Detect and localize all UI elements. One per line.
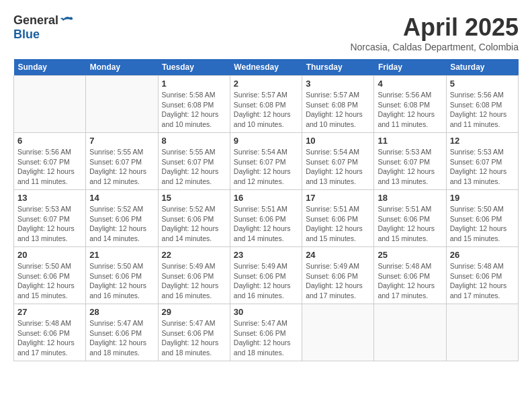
day-info: Sunrise: 5:52 AM Sunset: 6:06 PM Dayligh… bbox=[162, 204, 226, 244]
day-number: 16 bbox=[234, 193, 298, 203]
day-info: Sunrise: 5:53 AM Sunset: 6:07 PM Dayligh… bbox=[378, 147, 442, 187]
day-info: Sunrise: 5:47 AM Sunset: 6:06 PM Dayligh… bbox=[162, 318, 226, 358]
day-number: 2 bbox=[234, 79, 298, 89]
day-info: Sunrise: 5:53 AM Sunset: 6:07 PM Dayligh… bbox=[450, 147, 515, 187]
calendar-week-row: 1Sunrise: 5:58 AM Sunset: 6:08 PM Daylig… bbox=[14, 76, 519, 133]
calendar-day-cell: 12Sunrise: 5:53 AM Sunset: 6:07 PM Dayli… bbox=[446, 133, 518, 190]
calendar-day-cell: 7Sunrise: 5:55 AM Sunset: 6:07 PM Daylig… bbox=[86, 133, 158, 190]
day-number: 9 bbox=[234, 136, 298, 146]
day-number: 1 bbox=[162, 79, 226, 89]
weekday-header: Sunday bbox=[14, 59, 86, 76]
calendar-day-cell: 1Sunrise: 5:58 AM Sunset: 6:08 PM Daylig… bbox=[158, 76, 230, 133]
logo-general-text: General bbox=[13, 13, 58, 28]
day-number: 10 bbox=[306, 136, 370, 146]
day-info: Sunrise: 5:51 AM Sunset: 6:06 PM Dayligh… bbox=[234, 204, 298, 244]
calendar-week-row: 20Sunrise: 5:50 AM Sunset: 6:06 PM Dayli… bbox=[14, 247, 519, 304]
day-number: 19 bbox=[450, 193, 515, 203]
calendar-day-cell: 8Sunrise: 5:55 AM Sunset: 6:07 PM Daylig… bbox=[158, 133, 230, 190]
calendar-week-row: 6Sunrise: 5:56 AM Sunset: 6:07 PM Daylig… bbox=[14, 133, 519, 190]
logo: General Blue bbox=[13, 13, 73, 42]
calendar-header-row: SundayMondayTuesdayWednesdayThursdayFrid… bbox=[14, 59, 519, 76]
calendar-day-cell bbox=[446, 304, 518, 361]
day-number: 3 bbox=[306, 79, 370, 89]
day-info: Sunrise: 5:49 AM Sunset: 6:06 PM Dayligh… bbox=[162, 261, 226, 301]
calendar-day-cell: 6Sunrise: 5:56 AM Sunset: 6:07 PM Daylig… bbox=[14, 133, 86, 190]
day-info: Sunrise: 5:48 AM Sunset: 6:06 PM Dayligh… bbox=[17, 318, 82, 358]
day-info: Sunrise: 5:57 AM Sunset: 6:08 PM Dayligh… bbox=[306, 90, 370, 130]
day-info: Sunrise: 5:50 AM Sunset: 6:06 PM Dayligh… bbox=[450, 204, 515, 244]
day-number: 17 bbox=[306, 193, 370, 203]
day-info: Sunrise: 5:50 AM Sunset: 6:06 PM Dayligh… bbox=[89, 261, 154, 301]
location-title: Norcasia, Caldas Department, Colombia bbox=[350, 42, 519, 52]
calendar-day-cell: 22Sunrise: 5:49 AM Sunset: 6:06 PM Dayli… bbox=[158, 247, 230, 304]
day-number: 20 bbox=[17, 250, 82, 260]
calendar-day-cell: 23Sunrise: 5:49 AM Sunset: 6:06 PM Dayli… bbox=[230, 247, 302, 304]
calendar-day-cell: 13Sunrise: 5:53 AM Sunset: 6:07 PM Dayli… bbox=[14, 190, 86, 247]
day-info: Sunrise: 5:49 AM Sunset: 6:06 PM Dayligh… bbox=[234, 261, 298, 301]
calendar-day-cell: 9Sunrise: 5:54 AM Sunset: 6:07 PM Daylig… bbox=[230, 133, 302, 190]
day-number: 21 bbox=[89, 250, 154, 260]
day-number: 13 bbox=[17, 193, 82, 203]
day-info: Sunrise: 5:51 AM Sunset: 6:06 PM Dayligh… bbox=[378, 204, 442, 244]
day-number: 5 bbox=[450, 79, 515, 89]
calendar-day-cell: 10Sunrise: 5:54 AM Sunset: 6:07 PM Dayli… bbox=[302, 133, 374, 190]
calendar-day-cell: 14Sunrise: 5:52 AM Sunset: 6:06 PM Dayli… bbox=[86, 190, 158, 247]
day-info: Sunrise: 5:54 AM Sunset: 6:07 PM Dayligh… bbox=[234, 147, 298, 187]
day-number: 6 bbox=[17, 136, 82, 146]
day-info: Sunrise: 5:56 AM Sunset: 6:08 PM Dayligh… bbox=[450, 90, 515, 130]
day-info: Sunrise: 5:56 AM Sunset: 6:07 PM Dayligh… bbox=[17, 147, 82, 187]
day-info: Sunrise: 5:56 AM Sunset: 6:08 PM Dayligh… bbox=[378, 90, 442, 130]
day-number: 22 bbox=[162, 250, 226, 260]
calendar-day-cell: 24Sunrise: 5:49 AM Sunset: 6:06 PM Dayli… bbox=[302, 247, 374, 304]
day-number: 12 bbox=[450, 136, 515, 146]
day-number: 18 bbox=[378, 193, 442, 203]
calendar-day-cell: 28Sunrise: 5:47 AM Sunset: 6:06 PM Dayli… bbox=[86, 304, 158, 361]
day-info: Sunrise: 5:50 AM Sunset: 6:06 PM Dayligh… bbox=[17, 261, 82, 301]
day-info: Sunrise: 5:47 AM Sunset: 6:06 PM Dayligh… bbox=[89, 318, 154, 358]
calendar-week-row: 13Sunrise: 5:53 AM Sunset: 6:07 PM Dayli… bbox=[14, 190, 519, 247]
logo-blue-text: Blue bbox=[13, 28, 40, 42]
calendar-day-cell: 19Sunrise: 5:50 AM Sunset: 6:06 PM Dayli… bbox=[446, 190, 518, 247]
logo-bird-icon bbox=[60, 14, 73, 28]
day-number: 27 bbox=[17, 307, 82, 317]
day-info: Sunrise: 5:54 AM Sunset: 6:07 PM Dayligh… bbox=[306, 147, 370, 187]
calendar-day-cell: 18Sunrise: 5:51 AM Sunset: 6:06 PM Dayli… bbox=[374, 190, 446, 247]
calendar-table: SundayMondayTuesdayWednesdayThursdayFrid… bbox=[13, 59, 519, 361]
day-number: 24 bbox=[306, 250, 370, 260]
calendar-day-cell: 21Sunrise: 5:50 AM Sunset: 6:06 PM Dayli… bbox=[86, 247, 158, 304]
day-info: Sunrise: 5:57 AM Sunset: 6:08 PM Dayligh… bbox=[234, 90, 298, 130]
calendar-day-cell: 25Sunrise: 5:48 AM Sunset: 6:06 PM Dayli… bbox=[374, 247, 446, 304]
day-number: 28 bbox=[89, 307, 154, 317]
day-info: Sunrise: 5:49 AM Sunset: 6:06 PM Dayligh… bbox=[306, 261, 370, 301]
month-title: April 2025 bbox=[350, 13, 519, 42]
calendar-day-cell: 29Sunrise: 5:47 AM Sunset: 6:06 PM Dayli… bbox=[158, 304, 230, 361]
weekday-header: Monday bbox=[86, 59, 158, 76]
day-info: Sunrise: 5:55 AM Sunset: 6:07 PM Dayligh… bbox=[89, 147, 154, 187]
calendar-day-cell: 16Sunrise: 5:51 AM Sunset: 6:06 PM Dayli… bbox=[230, 190, 302, 247]
day-number: 8 bbox=[162, 136, 226, 146]
day-number: 15 bbox=[162, 193, 226, 203]
page-header: General Blue April 2025 Norcasia, Caldas… bbox=[13, 13, 519, 52]
calendar-day-cell: 2Sunrise: 5:57 AM Sunset: 6:08 PM Daylig… bbox=[230, 76, 302, 133]
calendar-day-cell: 17Sunrise: 5:51 AM Sunset: 6:06 PM Dayli… bbox=[302, 190, 374, 247]
calendar-day-cell bbox=[14, 76, 86, 133]
calendar-day-cell bbox=[374, 304, 446, 361]
day-number: 30 bbox=[234, 307, 298, 317]
day-info: Sunrise: 5:48 AM Sunset: 6:06 PM Dayligh… bbox=[450, 261, 515, 301]
calendar-day-cell: 5Sunrise: 5:56 AM Sunset: 6:08 PM Daylig… bbox=[446, 76, 518, 133]
weekday-header: Wednesday bbox=[230, 59, 302, 76]
day-number: 4 bbox=[378, 79, 442, 89]
day-number: 25 bbox=[378, 250, 442, 260]
day-info: Sunrise: 5:58 AM Sunset: 6:08 PM Dayligh… bbox=[162, 90, 226, 130]
calendar-day-cell: 30Sunrise: 5:47 AM Sunset: 6:06 PM Dayli… bbox=[230, 304, 302, 361]
calendar-day-cell: 26Sunrise: 5:48 AM Sunset: 6:06 PM Dayli… bbox=[446, 247, 518, 304]
day-number: 26 bbox=[450, 250, 515, 260]
calendar-day-cell: 11Sunrise: 5:53 AM Sunset: 6:07 PM Dayli… bbox=[374, 133, 446, 190]
weekday-header: Thursday bbox=[302, 59, 374, 76]
day-number: 14 bbox=[89, 193, 154, 203]
weekday-header: Friday bbox=[374, 59, 446, 76]
day-info: Sunrise: 5:52 AM Sunset: 6:06 PM Dayligh… bbox=[89, 204, 154, 244]
day-number: 11 bbox=[378, 136, 442, 146]
title-section: April 2025 Norcasia, Caldas Department, … bbox=[350, 13, 519, 52]
calendar-day-cell: 20Sunrise: 5:50 AM Sunset: 6:06 PM Dayli… bbox=[14, 247, 86, 304]
